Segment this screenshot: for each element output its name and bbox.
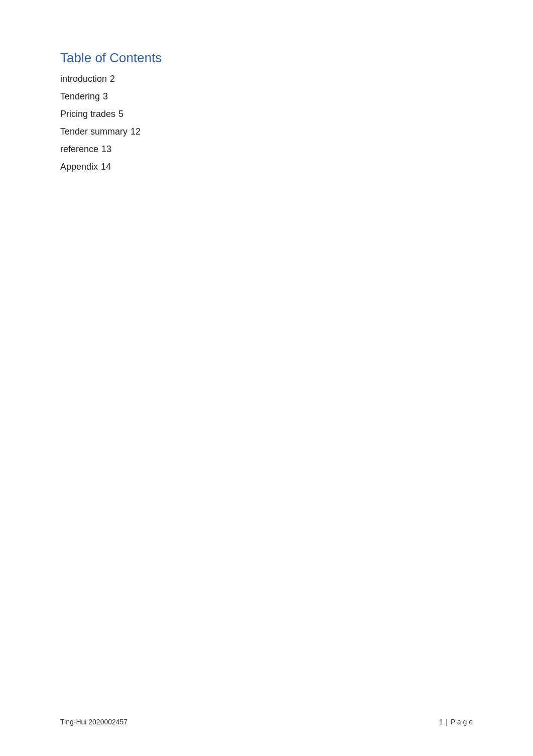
toc-entry-introduction: introduction 2	[60, 74, 473, 84]
toc-entry-reference: reference 13	[60, 144, 473, 155]
toc-entry-pricing-trades: Pricing trades 5	[60, 109, 473, 119]
toc-title: Table of Contents	[60, 50, 473, 66]
toc-entry-tendering: Tendering 3	[60, 91, 473, 102]
toc-entry-label-tendering: Tendering	[60, 91, 100, 102]
toc-entry-tender-summary: Tender summary 12	[60, 127, 473, 137]
toc-entry-label-appendix: Appendix	[60, 162, 98, 172]
toc-entry-label-reference: reference	[60, 144, 98, 155]
toc-entries: introduction 2 Tendering 3 Pricing trade…	[60, 74, 473, 172]
toc-entry-page-appendix: 14	[101, 162, 111, 172]
toc-entry-page-reference: 13	[101, 144, 111, 155]
toc-entry-label-introduction: introduction	[60, 74, 107, 84]
page-footer: Ting-Hui 2020002457 1 | P a g e	[60, 718, 473, 726]
footer-page-number: 1 | P a g e	[439, 718, 473, 726]
footer-page-num: 1	[439, 718, 443, 726]
footer-page-label: P a g e	[451, 718, 473, 726]
toc-entry-page-introduction: 2	[110, 74, 115, 84]
footer-author: Ting-Hui 2020002457	[60, 718, 127, 726]
toc-entry-page-tendering: 3	[103, 91, 108, 102]
content-area: Table of Contents introduction 2 Tenderi…	[60, 50, 473, 172]
toc-entry-page-tender-summary: 12	[130, 127, 141, 137]
toc-entry-appendix: Appendix 14	[60, 162, 473, 172]
document-page: Table of Contents introduction 2 Tenderi…	[0, 0, 533, 756]
toc-entry-label-pricing-trades: Pricing trades	[60, 109, 115, 119]
toc-entry-label-tender-summary: Tender summary	[60, 127, 127, 137]
toc-entry-page-pricing-trades: 5	[118, 109, 123, 119]
